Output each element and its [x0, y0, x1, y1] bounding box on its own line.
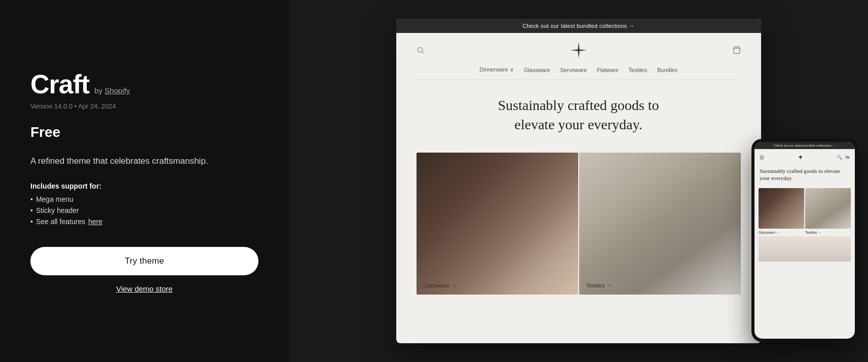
nav-bundles[interactable]: Bundles [657, 66, 677, 73]
mobile-product-labels: Glassware → Textiles → [759, 231, 851, 234]
logo-icon [570, 41, 588, 59]
mobile-textiles-label: Textiles → [805, 231, 851, 234]
mobile-product-grid [759, 188, 851, 229]
try-theme-button[interactable]: Try theme [30, 247, 258, 275]
mobile-cart-icon: 🛍 [845, 155, 850, 160]
right-panel: Check out our latest bundled collections… [289, 0, 868, 362]
features-link[interactable]: here [88, 218, 102, 226]
theme-title: Craft [30, 69, 89, 99]
hero-section: Sustainably crafted goods to elevate you… [396, 80, 761, 144]
header-top [417, 41, 741, 59]
hero-headline: Sustainably crafted goods to elevate you… [482, 96, 675, 134]
by-shopify: by Shopify [94, 86, 130, 95]
mobile-logo-icon: ✦ [798, 153, 804, 161]
mobile-mockup: Check out our latest bundled collections… [751, 139, 858, 342]
features-list: Mega menu Sticky header See all features… [30, 195, 258, 229]
feature-mega-menu: Mega menu [30, 195, 258, 203]
nav-glassware[interactable]: Glassware [524, 66, 550, 73]
mobile-bottom-image [759, 236, 851, 262]
cart-icon-wrapper [733, 46, 741, 54]
glassware-image [417, 153, 578, 295]
feature-sticky-header: Sticky header [30, 206, 258, 214]
view-demo-button[interactable]: View demo store [30, 284, 258, 293]
mobile-search-icon: 🔍 [837, 155, 842, 160]
desktop-mockup: Check out our latest bundled collections… [396, 19, 761, 343]
svg-line-1 [422, 52, 424, 54]
svg-point-0 [418, 48, 422, 52]
product-grid: Glassware → Textiles → [417, 153, 741, 295]
title-row: Craft by Shopify [30, 69, 258, 99]
textiles-label: Textiles → [586, 282, 612, 288]
cart-icon [733, 46, 741, 54]
textiles-image [579, 153, 741, 295]
shopify-link[interactable]: Shopify [104, 86, 130, 95]
nav-flatware[interactable]: Flatware [597, 66, 618, 73]
search-icon-wrapper [417, 46, 425, 54]
logo [570, 41, 588, 59]
mobile-announcement: Check out our latest bundled collections… [754, 142, 855, 149]
nav-menu: Dinnerware ∨ Glassware Serveware Flatwar… [417, 66, 741, 80]
nav-serveware[interactable]: Serveware [560, 66, 587, 73]
mobile-header-icons: 🔍 🛍 [837, 155, 850, 160]
mobile-header: ☰ ✦ 🔍 🛍 [754, 149, 855, 163]
mobile-screen: Check out our latest bundled collections… [754, 142, 855, 339]
glassware-label: Glassware → [424, 282, 457, 288]
price-label: Free [30, 124, 258, 140]
includes-title: Includes support for: [30, 182, 258, 190]
product-card-glassware: Glassware → [417, 153, 578, 295]
hamburger-icon: ☰ [760, 155, 764, 160]
mobile-glassware-label: Glassware → [759, 231, 804, 234]
version-info: Version 14.0.0 • Apr 24, 2024 [30, 102, 258, 110]
left-panel: Craft by Shopify Version 14.0.0 • Apr 24… [0, 0, 289, 362]
description: A refined theme that celebrates craftsma… [30, 155, 258, 168]
search-icon [417, 46, 425, 54]
mobile-textiles-image [805, 188, 851, 229]
nav-textiles[interactable]: Textiles [628, 66, 647, 73]
nav-dinnerware[interactable]: Dinnerware ∨ [479, 66, 513, 73]
mobile-glassware-image [759, 188, 804, 229]
feature-see-all: See all features here [30, 218, 258, 226]
mobile-hero: Sustainably crafted goods to elevate you… [754, 163, 855, 186]
product-card-textiles: Textiles → [579, 153, 741, 295]
site-header: Dinnerware ∨ Glassware Serveware Flatwar… [396, 33, 761, 80]
announcement-bar: Check out our latest bundled collections… [396, 19, 761, 33]
